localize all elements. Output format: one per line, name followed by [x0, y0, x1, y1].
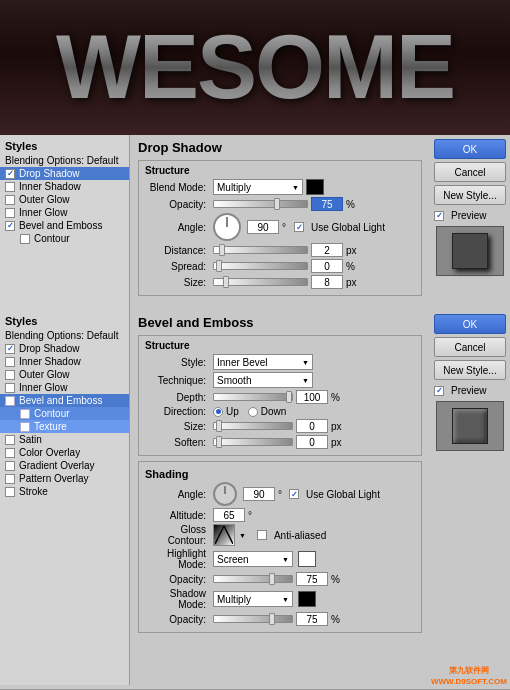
- checkbox-outer-glow-2[interactable]: [5, 370, 15, 380]
- cancel-button-2[interactable]: Cancel: [434, 337, 506, 357]
- checkbox-color-overlay-2[interactable]: [5, 448, 15, 458]
- checkbox-bevel-2[interactable]: ✓: [5, 396, 15, 406]
- style-item-color-overlay-2[interactable]: Color Overlay: [0, 446, 129, 459]
- checkbox-inner-shadow-2[interactable]: [5, 357, 15, 367]
- spread-row: Spread: 0 %: [145, 259, 415, 273]
- size-value-1[interactable]: 8: [311, 275, 343, 289]
- style-item-inner-shadow-2[interactable]: Inner Shadow: [0, 355, 129, 368]
- opacity-unit: %: [346, 199, 355, 210]
- shadow-mode-select[interactable]: Multiply ▼: [213, 591, 293, 607]
- style-item-bevel-2[interactable]: ✓ Bevel and Emboss: [0, 394, 129, 407]
- highlight-mode-label: Highlight Mode:: [145, 548, 210, 570]
- checkbox-satin-2[interactable]: [5, 435, 15, 445]
- soften-row: Soften: 0 px: [145, 435, 415, 449]
- style-item-inner-glow-1[interactable]: Inner Glow: [0, 206, 129, 219]
- contour-arrow[interactable]: ▼: [239, 532, 246, 539]
- technique-select[interactable]: Smooth ▼: [213, 372, 313, 388]
- style-item-drop-shadow-1[interactable]: ✓ Drop Shadow: [0, 167, 129, 180]
- style-select[interactable]: Inner Bevel ▼: [213, 354, 313, 370]
- direction-down-radio[interactable]: [248, 407, 258, 417]
- blending-options-1: Blending Options: Default: [0, 154, 129, 167]
- size-slider-2[interactable]: [213, 422, 293, 430]
- style-item-contour-1[interactable]: Contour: [0, 232, 129, 245]
- highlight-opacity-value[interactable]: 75: [296, 572, 328, 586]
- checkbox-inner-shadow-1[interactable]: [5, 182, 15, 192]
- size-slider-1[interactable]: [213, 278, 308, 286]
- styles-sidebar-2: Styles Blending Options: Default ✓ Drop …: [0, 310, 130, 685]
- angle-value[interactable]: 90: [247, 220, 279, 234]
- style-item-gradient-overlay-2[interactable]: Gradient Overlay: [0, 459, 129, 472]
- style-item-satin-2[interactable]: Satin: [0, 433, 129, 446]
- opacity-value[interactable]: 75: [311, 197, 343, 211]
- distance-value[interactable]: 2: [311, 243, 343, 257]
- shading-global-light-row: ✓ Use Global Light: [289, 489, 380, 500]
- style-item-pattern-overlay-2[interactable]: Pattern Overlay: [0, 472, 129, 485]
- checkbox-outer-glow-1[interactable]: [5, 195, 15, 205]
- shadow-opacity-slider[interactable]: [213, 615, 293, 623]
- anti-aliased-checkbox[interactable]: [257, 530, 267, 540]
- distance-label: Distance:: [145, 245, 210, 256]
- shadow-color[interactable]: [298, 591, 316, 607]
- highlight-opacity-slider[interactable]: [213, 575, 293, 583]
- style-item-inner-glow-2[interactable]: Inner Glow: [0, 381, 129, 394]
- style-item-bevel-1[interactable]: ✓ Bevel and Emboss: [0, 219, 129, 232]
- ok-button-2[interactable]: OK: [434, 314, 506, 334]
- checkbox-drop-shadow-2[interactable]: ✓: [5, 344, 15, 354]
- style-item-texture-2[interactable]: Texture: [0, 420, 129, 433]
- depth-value[interactable]: 100: [296, 390, 328, 404]
- checkbox-contour-2[interactable]: [20, 409, 30, 419]
- global-light-checkbox-1[interactable]: ✓: [294, 222, 304, 232]
- checkbox-inner-glow-1[interactable]: [5, 208, 15, 218]
- style-item-outer-glow-1[interactable]: Outer Glow: [0, 193, 129, 206]
- checkbox-stroke-2[interactable]: [5, 487, 15, 497]
- watermark: 第九软件网 WWW.D9SOFT.COM: [431, 666, 507, 687]
- altitude-value[interactable]: 65: [213, 508, 245, 522]
- preview-checkbox-2[interactable]: ✓: [434, 386, 444, 396]
- style-item-stroke-2[interactable]: Stroke: [0, 485, 129, 498]
- direction-row: Direction: Up Down: [145, 406, 415, 417]
- checkbox-bevel-1[interactable]: ✓: [5, 221, 15, 231]
- direction-label: Direction:: [145, 406, 210, 417]
- style-item-contour-2[interactable]: Contour: [0, 407, 129, 420]
- anti-aliased-row: Anti-aliased: [257, 530, 326, 541]
- preview-checkbox-1[interactable]: ✓: [434, 211, 444, 221]
- shadow-mode-row: Shadow Mode: Multiply ▼: [145, 588, 415, 610]
- ok-button-1[interactable]: OK: [434, 139, 506, 159]
- new-style-button-1[interactable]: New Style...: [434, 185, 506, 205]
- shadow-opacity-value[interactable]: 75: [296, 612, 328, 626]
- checkbox-contour-1[interactable]: [20, 234, 30, 244]
- checkbox-drop-shadow-1[interactable]: ✓: [5, 169, 15, 179]
- altitude-label: Altitude:: [145, 510, 210, 521]
- style-item-inner-shadow-1[interactable]: Inner Shadow: [0, 180, 129, 193]
- direction-up-radio[interactable]: [213, 407, 223, 417]
- angle-dial-1[interactable]: [213, 213, 241, 241]
- soften-unit: px: [331, 437, 342, 448]
- checkbox-inner-glow-2[interactable]: [5, 383, 15, 393]
- distance-slider[interactable]: [213, 246, 308, 254]
- contour-preview[interactable]: [213, 524, 235, 546]
- technique-label: Technique:: [145, 375, 210, 386]
- shading-angle-value[interactable]: 90: [243, 487, 275, 501]
- style-item-drop-shadow-2[interactable]: ✓ Drop Shadow: [0, 342, 129, 355]
- highlight-mode-select[interactable]: Screen ▼: [213, 551, 293, 567]
- spread-value[interactable]: 0: [311, 259, 343, 273]
- opacity-slider[interactable]: [213, 200, 308, 208]
- panel-title-1: Drop Shadow: [138, 140, 422, 155]
- checkbox-pattern-overlay-2[interactable]: [5, 474, 15, 484]
- style-arrow: ▼: [302, 359, 309, 366]
- style-item-outer-glow-2[interactable]: Outer Glow: [0, 368, 129, 381]
- checkbox-texture-2[interactable]: [20, 422, 30, 432]
- spread-slider[interactable]: [213, 262, 308, 270]
- shading-angle-dial[interactable]: [213, 482, 237, 506]
- checkbox-gradient-overlay-2[interactable]: [5, 461, 15, 471]
- size-value-2[interactable]: 0: [296, 419, 328, 433]
- depth-slider[interactable]: [213, 393, 293, 401]
- blend-mode-select[interactable]: Multiply ▼: [213, 179, 303, 195]
- cancel-button-1[interactable]: Cancel: [434, 162, 506, 182]
- soften-value[interactable]: 0: [296, 435, 328, 449]
- shading-global-light-checkbox[interactable]: ✓: [289, 489, 299, 499]
- new-style-button-2[interactable]: New Style...: [434, 360, 506, 380]
- blend-mode-color[interactable]: [306, 179, 324, 195]
- highlight-color[interactable]: [298, 551, 316, 567]
- soften-slider[interactable]: [213, 438, 293, 446]
